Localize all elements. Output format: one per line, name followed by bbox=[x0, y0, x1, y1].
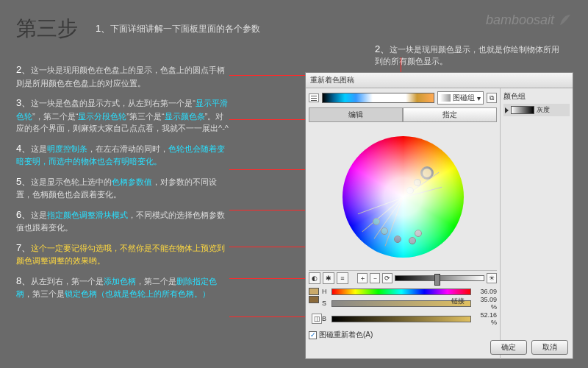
segmented-wheel-icon[interactable]: ✱ bbox=[323, 272, 334, 284]
s-value[interactable]: 35.09 % bbox=[473, 296, 497, 311]
color-handle[interactable] bbox=[406, 187, 414, 194]
group-swatch bbox=[511, 106, 534, 114]
cancel-button[interactable]: 取消 bbox=[531, 340, 568, 355]
group-label: 灰度 bbox=[537, 105, 550, 115]
color-handle[interactable] bbox=[409, 237, 416, 244]
h-label: H bbox=[322, 288, 329, 295]
note-item: 3、这一块是色盘的显示方式，从左到右第一个是“显示平滑色轮”，第二个是“显示分段… bbox=[16, 96, 229, 135]
tab-assign[interactable]: 指定 bbox=[403, 107, 497, 122]
color-handle[interactable] bbox=[381, 227, 388, 235]
b-value[interactable]: 52.16 % bbox=[473, 311, 497, 326]
preset-select[interactable]: 图磁组 ▾ bbox=[437, 91, 484, 105]
preset-label: 图磁组 bbox=[453, 93, 475, 103]
ok-button[interactable]: 确定 bbox=[490, 340, 527, 355]
color-handle[interactable] bbox=[415, 230, 422, 237]
swatch-alt[interactable] bbox=[309, 296, 319, 303]
add-handle-icon[interactable]: ＋ bbox=[357, 273, 368, 283]
tab-edit[interactable]: 编辑 bbox=[309, 107, 403, 122]
chevron-down-icon: ▾ bbox=[477, 94, 481, 102]
lock-handle-icon[interactable]: ⟳ bbox=[382, 273, 392, 283]
brightness-slider[interactable] bbox=[395, 275, 484, 281]
triangle-icon bbox=[505, 107, 509, 113]
h-slider[interactable] bbox=[331, 289, 471, 295]
note-item: 6、这是指定颜色调整滑块模式，不同模式的选择色柄参数值也跟着变化。 bbox=[16, 208, 229, 234]
note-item: 2、这一块是现用颜色在色盘上的显示，色盘上的圆点手柄则是所用颜色在色盘上的对应位… bbox=[16, 63, 229, 89]
note-item: 5、这是显示色轮上选中的色柄参数值，对参数的不同设置，色柄颜色也会跟着变化。 bbox=[16, 174, 229, 201]
preset-swatch bbox=[440, 94, 451, 102]
note-item: 8、从左到右，第一个是添加色柄，第二个是删除指定色柄，第三个是锁定色柄（也就是色… bbox=[16, 274, 229, 300]
color-handle-base[interactable] bbox=[420, 166, 434, 180]
note-top: 2、这一块是现用颜色显示，也就是你绘制物体所用到的所有颜色显示。 bbox=[375, 43, 566, 68]
swatch-current[interactable] bbox=[309, 288, 319, 295]
recolor-artwork-panel: 重新着色图稿 图磁组 ▾ ⧉ 编辑 指定 bbox=[305, 72, 573, 359]
color-groups-title: 颜色组 bbox=[503, 91, 570, 102]
color-handle[interactable] bbox=[414, 179, 421, 186]
color-bars-icon[interactable]: ≡ bbox=[337, 272, 348, 284]
notes-list: 2、这一块是现用颜色在色盘上的显示，色盘上的圆点手柄则是所用颜色在色盘上的对应位… bbox=[16, 63, 229, 307]
color-wheel[interactable] bbox=[343, 136, 464, 258]
brightness-icon: ☀ bbox=[487, 273, 497, 283]
panel-title: 重新着色图稿 bbox=[306, 73, 573, 88]
color-mode-icon[interactable]: ◫ bbox=[312, 314, 322, 324]
note-item: 7、这个一定要记得勾选哦，不然你是不能在物体上预览到颜色调整调整的效果哟。 bbox=[16, 241, 229, 267]
recolor-checkbox[interactable]: ✓ bbox=[309, 331, 317, 339]
color-handle[interactable] bbox=[373, 218, 380, 225]
step-title: 第三步 bbox=[16, 15, 78, 43]
watermark: bamboosait bbox=[486, 12, 573, 28]
active-colors-bar[interactable] bbox=[322, 93, 434, 103]
note-item: 4、这是明度控制条，在左右滑动的同时，色轮也会随着变暗变明，而选中的物体也会有明… bbox=[16, 141, 229, 168]
intro-text: 1、下面详细讲解一下面板里面的各个参数 bbox=[96, 22, 260, 35]
s-label: S bbox=[322, 300, 329, 307]
save-group-icon[interactable]: ⧉ bbox=[487, 93, 497, 103]
s-slider[interactable] bbox=[331, 300, 471, 307]
link-label[interactable]: 链接 bbox=[451, 297, 465, 306]
b-label: B bbox=[322, 315, 329, 322]
color-group-item[interactable]: 灰度 bbox=[503, 104, 570, 116]
color-handle[interactable] bbox=[394, 236, 401, 243]
color-wheel-area[interactable] bbox=[309, 125, 497, 269]
b-slider[interactable] bbox=[331, 316, 471, 322]
smooth-wheel-icon[interactable]: ◐ bbox=[309, 272, 320, 284]
remove-handle-icon[interactable]: － bbox=[370, 273, 380, 283]
h-value[interactable]: 36.09 bbox=[473, 288, 497, 295]
recolor-checkbox-label: 图磁重新着色(A) bbox=[319, 330, 373, 340]
menu-icon[interactable] bbox=[309, 93, 319, 102]
